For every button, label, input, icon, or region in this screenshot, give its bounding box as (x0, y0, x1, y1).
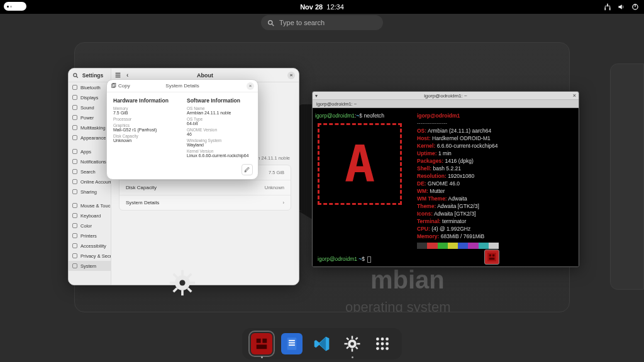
terminal-titlebar[interactable]: ▾ igorp@odroidm1: ~ × (313, 92, 579, 100)
sidebar-item-icon (72, 135, 77, 140)
sidebar-item-sharing[interactable]: Sharing (69, 187, 111, 197)
prompt-line-2: igorp@odroidm1:~$ (318, 256, 371, 263)
sidebar-item-online-accounts[interactable]: Online Accounts (69, 177, 111, 187)
sidebar-item-displays[interactable]: Displays (69, 92, 111, 102)
dock-settings[interactable] (341, 333, 363, 354)
svg-point-7 (74, 73, 77, 76)
svg-rect-26 (257, 339, 261, 343)
window-menu-icon[interactable]: ▾ (315, 93, 318, 99)
sidebar-item-multitasking[interactable]: Multitasking (69, 123, 111, 133)
activities-pill[interactable] (4, 2, 26, 11)
svg-rect-28 (257, 344, 267, 349)
sidebar-item-icon (72, 169, 77, 174)
copy-button[interactable]: Copy (111, 83, 130, 89)
svg-rect-11 (487, 253, 496, 261)
terminal-tab[interactable]: igorp@odroidm1: ~ (313, 100, 579, 108)
neofetch-line: Uptime: 1 min (417, 150, 576, 157)
search-placeholder: Type to search (279, 19, 325, 26)
sidebar-item-icon (72, 105, 77, 110)
neofetch-line: Memory: 683MiB / 7691MiB (417, 233, 576, 240)
sidebar-item-notifications[interactable]: Notifications (69, 156, 111, 167)
svg-rect-14 (489, 258, 495, 260)
about-row: Disk CapacityUnknown (119, 180, 291, 195)
neofetch-line: Resolution: 1920x1080 (417, 172, 576, 180)
svg-point-46 (376, 343, 379, 346)
hardware-column: Hardware Information Memory7.5 GiB Proce… (113, 97, 178, 174)
dock-vscode[interactable] (311, 333, 333, 354)
neofetch-line: DE: GNOME 46.0 (417, 180, 576, 187)
svg-point-42 (350, 342, 354, 346)
svg-point-49 (376, 347, 379, 350)
close-icon[interactable]: × (287, 72, 295, 79)
sidebar-item-printers[interactable]: Printers (69, 231, 111, 241)
volume-icon[interactable] (618, 3, 625, 11)
svg-rect-16 (181, 270, 184, 275)
neofetch-line: WM Theme: Adwaita (417, 195, 576, 202)
sidebar-item-appearance[interactable]: Appearance (69, 133, 111, 143)
prompt-line: igorp@odroidm1:~$ neofetch (315, 112, 407, 119)
sidebar-item-icon (72, 253, 77, 258)
svg-rect-40 (355, 337, 358, 340)
dialog-close-icon[interactable]: × (247, 82, 254, 90)
sidebar-item-accessibility[interactable]: Accessibility (69, 241, 111, 251)
svg-point-50 (381, 347, 384, 350)
svg-point-51 (386, 347, 389, 350)
sidebar-title: Settings (82, 72, 104, 79)
software-column: Software Information OS NameArmbian 24.1… (187, 97, 252, 174)
neofetch-line: Kernel: 6.6.60-current-rockchip64 (417, 142, 576, 150)
settings-page-title: About (197, 72, 213, 79)
svg-rect-39 (355, 346, 358, 349)
svg-point-5 (269, 20, 272, 24)
svg-rect-18 (190, 282, 195, 284)
overview-search[interactable]: Type to search (261, 15, 383, 30)
dock-terminator[interactable] (251, 333, 272, 354)
sidebar-item-icon (72, 203, 77, 208)
svg-point-45 (386, 337, 389, 341)
dock-apps-grid[interactable] (372, 333, 393, 354)
sidebar-item-sound[interactable]: Sound (69, 102, 111, 112)
neofetch-line: CPU: (4) @ 1.992GHz (417, 225, 576, 233)
back-icon[interactable]: ‹ (126, 72, 128, 79)
workspace-next[interactable] (610, 63, 644, 290)
sidebar-item-icon (72, 95, 77, 100)
sidebar-item-icon (72, 85, 77, 90)
clock[interactable]: Nov 28 12:34 (300, 3, 344, 11)
dock-files[interactable] (281, 333, 303, 354)
terminal-body[interactable]: igorp@odroidm1:~$ neofetch A igorp@odroi… (313, 108, 579, 266)
sidebar-item-color[interactable]: Color (69, 221, 111, 231)
sidebar-item-icon (72, 149, 77, 154)
svg-line-6 (272, 24, 274, 26)
power-icon[interactable] (631, 3, 639, 11)
sidebar-item-keyboard[interactable]: Keyboard (69, 211, 111, 221)
svg-rect-30 (289, 340, 295, 341)
sidebar-item-icon (72, 159, 77, 164)
svg-rect-29 (287, 337, 297, 350)
svg-rect-2 (609, 8, 611, 11)
sidebar-item-system[interactable]: System (69, 261, 111, 271)
system-details-dialog[interactable]: Copy System Details × Hardware Informati… (106, 79, 258, 180)
about-row[interactable]: System Details› (119, 195, 291, 210)
sidebar-item-power[interactable]: Power (69, 112, 111, 123)
sidebar-item-apps[interactable]: Apps (69, 146, 111, 156)
network-icon[interactable] (604, 3, 611, 11)
hamburger-icon[interactable]: ☰ (115, 72, 121, 79)
sidebar-item-bluetooth[interactable]: Bluetooth (69, 82, 111, 92)
sidebar-item-privacy-security[interactable]: Privacy & Security (69, 251, 111, 261)
sidebar-item-search[interactable]: Search (69, 167, 111, 177)
sidebar-search-icon[interactable] (72, 72, 79, 79)
svg-point-43 (376, 337, 379, 341)
sidebar-item-mouse-touchpad[interactable]: Mouse & Touchpad (69, 200, 111, 211)
terminal-close-icon[interactable]: × (573, 92, 576, 99)
sidebar-item-icon (72, 115, 77, 120)
neofetch-line: Terminal: terminator (417, 217, 576, 225)
neofetch-line: Shell: bash 5.2.21 (417, 165, 576, 172)
terminal-window[interactable]: ▾ igorp@odroidm1: ~ × igorp@odroidm1: ~ … (312, 91, 579, 267)
sidebar-item-icon (72, 223, 77, 228)
neofetch-line: Host: Hardkernel ODROID-M1 (417, 134, 576, 142)
svg-rect-41 (346, 346, 349, 349)
running-app-badge[interactable] (484, 250, 499, 265)
copy-icon-button[interactable] (242, 164, 253, 175)
neofetch-output: igorp@odroidm1 ----------------- OS: Arm… (417, 111, 576, 264)
svg-rect-37 (357, 343, 360, 345)
svg-rect-36 (345, 343, 348, 345)
